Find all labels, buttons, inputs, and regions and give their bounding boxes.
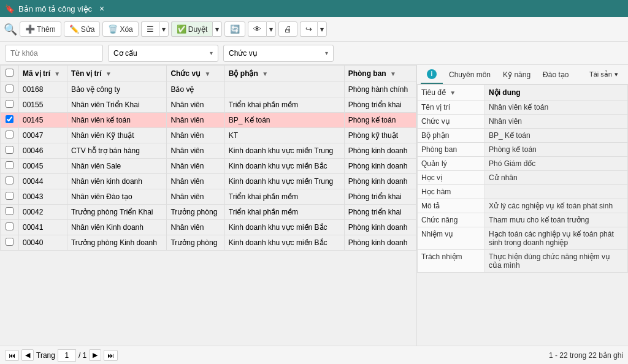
row-checkbox[interactable] — [6, 238, 13, 246]
approve-dropdown-button[interactable]: ▾ — [212, 21, 222, 37]
left-table-wrapper[interactable]: Mã vị trí ▼ Tên vị trí ▼ Chức vụ ▼ Bộ — [0, 65, 416, 346]
first-page-button[interactable]: ⏮ — [5, 350, 19, 361]
row-name: Bảo vệ công ty — [67, 82, 167, 97]
row-checkbox-cell[interactable] — [1, 205, 19, 220]
edit-button[interactable]: ✏️ Sửa — [64, 21, 101, 37]
detail-row: Tên vị trí Nhân viên kế toán — [418, 100, 628, 115]
row-name: Nhân viên Đào tạo — [67, 189, 167, 205]
row-checkbox[interactable] — [6, 115, 13, 123]
position-filter-icon[interactable]: ▼ — [204, 70, 210, 77]
row-position: Bảo vệ — [167, 82, 224, 97]
row-position: Nhân viên — [167, 174, 224, 189]
detail-title-filter-icon[interactable]: ▼ — [450, 89, 456, 96]
page-input[interactable] — [58, 349, 76, 362]
row-department: Triển khai phần mềm — [224, 205, 344, 220]
view-dropdown-button[interactable]: ▾ — [266, 21, 276, 37]
row-checkbox[interactable] — [6, 176, 13, 184]
table-row[interactable]: 00041 Nhân viên Kinh doanh Nhân viên Kin… — [1, 220, 416, 235]
row-code: 00040 — [19, 235, 67, 251]
delete-button[interactable]: 🗑️ Xóa — [102, 21, 138, 37]
detail-title-cell: Phòng ban — [418, 143, 485, 157]
table-row[interactable]: 00047 Nhân viên Kỹ thuật Nhân viên KT Ph… — [1, 128, 416, 143]
tab-info[interactable]: i — [421, 66, 443, 84]
row-checkbox-cell[interactable] — [1, 128, 19, 143]
table-row[interactable]: 00044 Nhân viên kinh doanh Nhân viên Kin… — [1, 174, 416, 189]
keyword-input[interactable] — [5, 45, 103, 62]
detail-row: Quản lý Phó Giám đốc — [418, 157, 628, 171]
pagination: ⏮ ◀ Trang / 1 ▶ ⏭ — [5, 349, 118, 362]
detail-content-cell: Xử lý các nghiệp vụ kế toán phát sinh — [485, 199, 628, 213]
structure-select[interactable]: Cơ cấu ▾ — [108, 45, 218, 62]
row-checkbox[interactable] — [6, 131, 13, 138]
table-row[interactable]: 00155 Nhân viên Triển Khai Nhân viên Tri… — [1, 97, 416, 113]
row-position: Nhân viên — [167, 128, 224, 143]
status-bar: ⏮ ◀ Trang / 1 ▶ ⏭ 1 - 22 trong 22 bản gh… — [0, 346, 628, 364]
tab-chuyenmon[interactable]: Chuyên môn — [443, 67, 497, 83]
row-checkbox-cell[interactable] — [1, 159, 19, 174]
table-row[interactable]: 00145 Nhân viên kế toán Nhân viên BP_ Kế… — [1, 113, 416, 128]
table-row[interactable]: 00045 Nhân viên Sale Nhân viên Kinh doan… — [1, 159, 416, 174]
select-all-checkbox[interactable] — [6, 69, 13, 77]
header-checkbox[interactable] — [1, 66, 19, 82]
last-page-button[interactable]: ⏭ — [104, 350, 118, 361]
detail-title-cell: Bộ phận — [418, 129, 485, 143]
row-checkbox-cell[interactable] — [1, 82, 19, 97]
row-checkbox-cell[interactable] — [1, 143, 19, 159]
row-checkbox-cell[interactable] — [1, 113, 19, 128]
row-checkbox[interactable] — [6, 100, 13, 108]
table-row[interactable]: 00043 Nhân viên Đào tạo Nhân viên Triển … — [1, 189, 416, 205]
row-checkbox[interactable] — [6, 161, 13, 169]
refresh-button[interactable]: 🔄 — [224, 21, 245, 37]
tab-kynang[interactable]: Kỹ năng — [497, 67, 537, 83]
row-checkbox-cell[interactable] — [1, 235, 19, 251]
row-room: Phòng kỹ thuật — [344, 128, 416, 143]
row-checkbox[interactable] — [6, 192, 13, 200]
name-filter-icon[interactable]: ▼ — [105, 70, 112, 77]
code-filter-icon[interactable]: ▼ — [54, 70, 60, 77]
row-checkbox-cell[interactable] — [1, 174, 19, 189]
row-checkbox-cell[interactable] — [1, 220, 19, 235]
row-checkbox-cell[interactable] — [1, 97, 19, 113]
export-dropdown-button[interactable]: ▾ — [317, 21, 327, 37]
table-row[interactable]: 00046 CTV hỗ trợ bán hàng Nhân viên Kinh… — [1, 143, 416, 159]
row-checkbox[interactable] — [6, 85, 13, 93]
tab-taisan[interactable]: Tài sản ▾ — [583, 67, 624, 82]
left-table-container: Mã vị trí ▼ Tên vị trí ▼ Chức vụ ▼ Bộ — [0, 65, 417, 346]
row-position: Nhân viên — [167, 113, 224, 128]
table-row[interactable]: 00168 Bảo vệ công ty Bảo vệ Phòng hành c… — [1, 82, 416, 97]
page-total: / 1 — [78, 351, 86, 360]
row-department: Kinh doanh khu vực miền Trung — [224, 174, 344, 189]
table-row[interactable]: 00042 Trưởng phòng Triển Khai Trưởng phò… — [1, 205, 416, 220]
detail-row: Nhiệm vụ Hạch toán các nghiệp vụ kế toán… — [418, 227, 628, 250]
row-position: Nhân viên — [167, 220, 224, 235]
add-button[interactable]: ➕ Thêm — [20, 21, 61, 37]
row-department: Triển khai phần mềm — [224, 189, 344, 205]
next-page-button[interactable]: ▶ — [89, 349, 101, 361]
window-title: Bản mô tả công việc — [18, 4, 92, 13]
row-checkbox-cell[interactable] — [1, 189, 19, 205]
prev-page-button[interactable]: ◀ — [21, 349, 34, 361]
detail-content-cell: Nhân viên kế toán — [485, 100, 628, 115]
row-name: Nhân viên Kỹ thuật — [67, 128, 167, 143]
eye-icon: 👁 — [253, 25, 261, 34]
position-select[interactable]: Chức vụ ▾ — [223, 45, 334, 62]
menu-dropdown-button[interactable]: ▾ — [159, 21, 169, 37]
menu-button[interactable]: ☰ — [141, 21, 159, 37]
detail-content-cell: Cử nhân — [485, 171, 628, 185]
row-checkbox[interactable] — [6, 146, 13, 154]
tab-daotao[interactable]: Đào tạo — [537, 67, 575, 83]
right-table-wrapper[interactable]: Tiêu đề ▼ Nội dung Tên vị trí Nhân viên … — [417, 85, 628, 346]
export-button[interactable]: ↪ — [300, 21, 317, 37]
close-button[interactable]: × — [97, 4, 107, 13]
add-icon: ➕ — [25, 25, 35, 34]
row-checkbox[interactable] — [6, 222, 13, 230]
print-icon: 🖨 — [284, 25, 292, 34]
approve-button[interactable]: ✅ Duyệt — [171, 21, 213, 37]
row-checkbox[interactable] — [6, 207, 13, 215]
print-button[interactable]: 🖨 — [278, 21, 297, 37]
export-icon: ↪ — [305, 25, 312, 34]
room-filter-icon[interactable]: ▼ — [390, 70, 396, 77]
table-row[interactable]: 00040 Trưởng phòng Kinh doanh Trưởng phò… — [1, 235, 416, 251]
view-button[interactable]: 👁 — [248, 21, 266, 37]
dept-filter-icon[interactable]: ▼ — [262, 70, 268, 77]
